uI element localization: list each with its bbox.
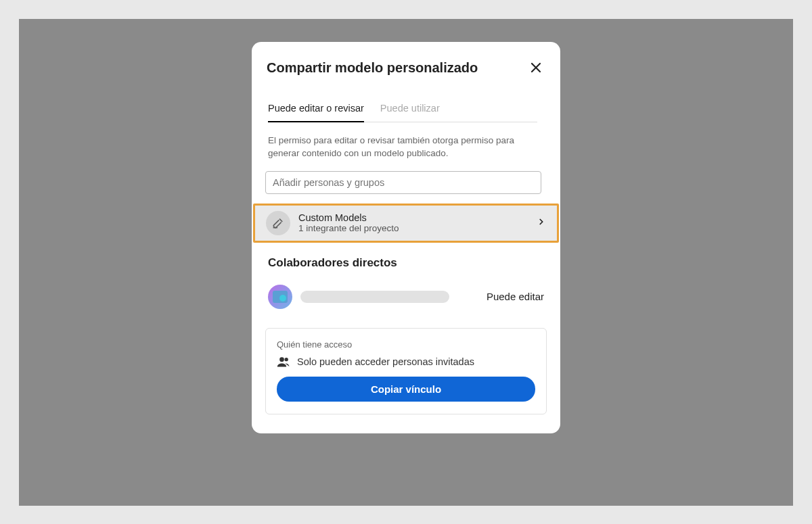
collaborators-heading: Colaboradores directos: [265, 256, 547, 270]
access-row: Solo pueden acceder personas invitadas: [277, 356, 535, 367]
chevron-right-icon: [537, 217, 546, 229]
collaborator-name-redacted: [300, 291, 449, 303]
tab-edit-review[interactable]: Puede editar o revisar: [268, 103, 364, 122]
modal-backdrop: Compartir modelo personalizado Puede edi…: [19, 19, 793, 506]
project-row[interactable]: Custom Models 1 integrante del proyecto: [253, 204, 559, 243]
svg-point-0: [279, 357, 284, 362]
project-icon: [266, 211, 290, 235]
project-name: Custom Models: [298, 212, 537, 223]
pencil-ruler-icon: [271, 216, 285, 230]
people-icon: [277, 356, 290, 367]
access-label: Quién tiene acceso: [277, 339, 535, 350]
tab-can-use[interactable]: Puede utilizar: [380, 103, 440, 122]
modal-title: Compartir modelo personalizado: [267, 60, 478, 76]
project-subtitle: 1 integrante del proyecto: [298, 223, 537, 233]
avatar-graphic-icon: [273, 291, 288, 303]
project-text: Custom Models 1 integrante del proyecto: [298, 212, 537, 233]
access-text: Solo pueden acceder personas invitadas: [297, 356, 474, 367]
permission-description: El permiso para editar o revisar también…: [265, 135, 547, 160]
collaborator-avatar: [268, 285, 292, 309]
modal-header: Compartir modelo personalizado: [265, 58, 547, 77]
collaborator-permission: Puede editar: [487, 291, 544, 302]
add-people-input[interactable]: [265, 171, 541, 194]
close-icon: [531, 62, 541, 73]
access-panel: Quién tiene acceso Solo pueden acceder p…: [265, 328, 547, 414]
permission-tabs: Puede editar o revisar Puede utilizar: [268, 103, 537, 122]
svg-point-1: [285, 358, 288, 361]
close-button[interactable]: [526, 58, 545, 77]
collaborator-row: Puede editar: [265, 285, 547, 309]
share-modal: Compartir modelo personalizado Puede edi…: [252, 42, 560, 433]
copy-link-button[interactable]: Copiar vínculo: [277, 377, 535, 402]
